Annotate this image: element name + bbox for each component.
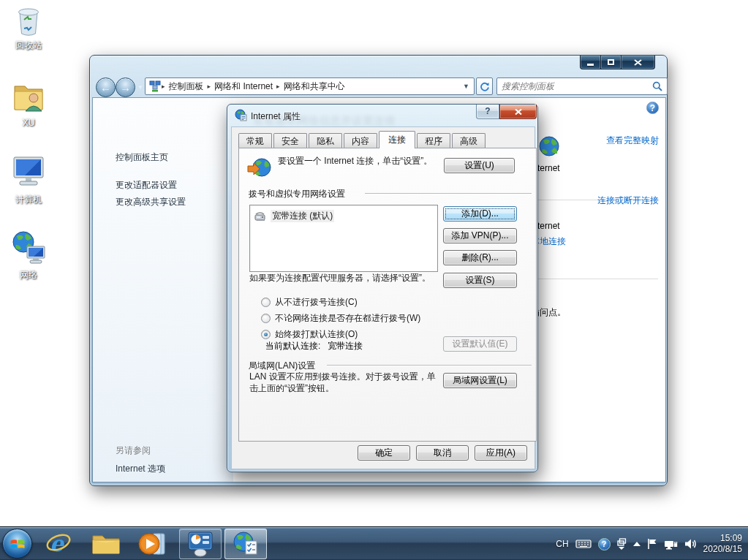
- address-dropdown-icon[interactable]: ▼: [463, 83, 469, 90]
- lan-instruction-text: LAN 设置不应用到拨号连接。对于拨号设置，单击上面的“设置”按钮。: [249, 371, 439, 394]
- dialup-section-header: 拨号和虚拟专用网络设置: [249, 188, 345, 200]
- dialog-close-button[interactable]: [499, 105, 537, 119]
- radio-label: 从不进行拨号连接(C): [275, 296, 358, 309]
- action-center-flag-icon[interactable]: [647, 538, 657, 550]
- maximize-icon: [608, 59, 614, 65]
- taskbar-item-media-player[interactable]: [136, 529, 168, 559]
- taskbar-item-control-panel[interactable]: [179, 529, 222, 559]
- address-bar[interactable]: ▸ 控制面板 ▸ 网络和 Internet ▸ 网络和共享中心 ▼: [145, 77, 475, 95]
- desktop-icon-recycle-bin[interactable]: 回收站: [0, 4, 57, 52]
- taskbar-item-internet-properties[interactable]: [224, 529, 267, 559]
- sidebar-item-internet-options[interactable]: Internet 选项: [116, 463, 165, 475]
- radio-label: 不论网络连接是否存在都进行拨号(W): [275, 312, 420, 325]
- desktop-icon-label: 网络: [0, 269, 57, 281]
- dialog-title: Internet 属性: [251, 110, 301, 123]
- language-indicator[interactable]: CH: [556, 539, 568, 549]
- search-input[interactable]: [497, 79, 652, 94]
- keyboard-icon[interactable]: [575, 539, 592, 549]
- internet-properties-icon: [235, 109, 247, 121]
- recycle-bin-icon: [13, 4, 44, 37]
- add-button[interactable]: 添加(D)...: [443, 206, 517, 222]
- remove-button[interactable]: 删除(R)...: [443, 250, 517, 265]
- help-icon[interactable]: ?: [646, 102, 659, 114]
- caption-buttons: [580, 56, 655, 69]
- forward-icon: →: [120, 81, 131, 94]
- network-tray-icon[interactable]: [664, 538, 678, 550]
- breadcrumb-network-sharing-center[interactable]: 网络和共享中心: [281, 80, 348, 93]
- internet-globe-icon: [538, 135, 560, 157]
- refresh-button[interactable]: [476, 77, 493, 95]
- computer-icon: [11, 155, 46, 192]
- sidebar-item-windows-firewall[interactable]: Windows 防火墙: [116, 481, 180, 482]
- system-tray: CH ?: [556, 527, 748, 560]
- show-hidden-icons-button[interactable]: [633, 542, 641, 546]
- internet-setup-icon: [247, 156, 272, 180]
- modem-icon: [254, 211, 266, 222]
- search-icon[interactable]: [652, 81, 662, 91]
- tab-security[interactable]: 安全: [273, 133, 307, 148]
- tab-programs[interactable]: 程序: [417, 133, 450, 148]
- forward-button[interactable]: →: [116, 77, 135, 97]
- cancel-button[interactable]: 取消: [416, 445, 469, 461]
- radio-icon-checked: [261, 330, 271, 339]
- taskbar-item-internet-explorer[interactable]: e: [42, 529, 75, 559]
- divider: [327, 365, 532, 366]
- sidebar-item-change-adapter-settings[interactable]: 更改适配器设置: [116, 179, 177, 192]
- back-button[interactable]: ←: [96, 77, 116, 97]
- chevron-down-icon: [619, 547, 624, 550]
- add-vpn-button[interactable]: 添加 VPN(P)...: [443, 228, 517, 243]
- lan-settings-button[interactable]: 局域网设置(L): [443, 373, 517, 388]
- see-also-header: 另请参阅: [116, 444, 151, 457]
- tab-connections[interactable]: 连接: [379, 131, 415, 148]
- breadcrumb-control-panel[interactable]: 控制面板: [166, 80, 207, 93]
- clock[interactable]: 15:09 2020/8/15: [703, 533, 742, 555]
- desktop-icon-computer[interactable]: 计算机: [0, 155, 57, 206]
- connections-tab-page: 要设置一个 Internet 连接，单击“设置”。 设置(U) 拨号和虚拟专用网…: [238, 148, 537, 442]
- connect-disconnect-link[interactable]: 连接或断开连接: [597, 194, 659, 207]
- minimize-button[interactable]: [580, 56, 601, 69]
- ok-button[interactable]: 确定: [358, 445, 410, 461]
- connections-list[interactable]: 宽带连接 (默认): [249, 205, 438, 272]
- current-default-label: 当前默认连接:: [265, 340, 320, 352]
- help-tray-icon[interactable]: ?: [598, 538, 611, 550]
- refresh-icon: [480, 81, 490, 91]
- control-panel-icon: [186, 531, 214, 557]
- minimize-icon: [587, 64, 594, 66]
- setup-button[interactable]: 设置(U): [444, 158, 515, 173]
- view-full-map-link[interactable]: 查看完整映射: [606, 135, 659, 147]
- dialog-client-area: 常规 安全 隐私 内容 连接 程序 高级 要设置一个 Internet 连接，单…: [231, 126, 535, 469]
- settings-button[interactable]: 设置(S): [443, 273, 517, 288]
- volume-icon[interactable]: [684, 538, 697, 550]
- recent-pages-dropdown[interactable]: ▼: [137, 84, 143, 91]
- sidebar-item-control-panel-home[interactable]: 控制面板主页: [116, 151, 168, 164]
- taskbar-item-windows-explorer[interactable]: [90, 529, 122, 559]
- apply-button[interactable]: 应用(A): [475, 445, 527, 461]
- maximize-button[interactable]: [601, 56, 622, 69]
- breadcrumb-network-internet[interactable]: 网络和 Internet: [211, 80, 276, 93]
- desktop-icon-label: 回收站: [0, 39, 57, 52]
- date: 2020/8/15: [703, 544, 742, 555]
- internet-properties-icon: [232, 531, 260, 557]
- start-button[interactable]: [2, 529, 32, 559]
- desktop-icon-xu[interactable]: XU: [0, 79, 57, 128]
- tab-advanced[interactable]: 高级: [452, 133, 486, 148]
- tab-privacy[interactable]: 隐私: [309, 133, 342, 148]
- radio-never-dial[interactable]: 从不进行拨号连接(C): [261, 296, 358, 309]
- ie-icon: e: [45, 531, 72, 557]
- desktop-icon-network[interactable]: 网络: [0, 230, 57, 281]
- list-item-label: 宽带连接 (默认): [271, 210, 334, 222]
- search-box: [496, 77, 668, 95]
- set-default-button: 设置默认值(E): [443, 336, 517, 352]
- media-player-icon: [137, 531, 167, 557]
- close-button[interactable]: [622, 56, 655, 69]
- user-folder-icon: [12, 79, 45, 116]
- radio-always-dial-default[interactable]: 始终拨打默认连接(O): [261, 328, 358, 341]
- dialog-help-button[interactable]: ?: [476, 105, 499, 119]
- window-restore-tray-icon[interactable]: [617, 538, 627, 550]
- tab-general[interactable]: 常规: [238, 133, 272, 148]
- list-item-broadband[interactable]: 宽带连接 (默认): [254, 210, 334, 222]
- sidebar: 控制面板主页 更改适配器设置 更改高级共享设置 另请参阅 Internet 选项…: [93, 98, 233, 482]
- radio-dial-whenever[interactable]: 不论网络连接是否存在都进行拨号(W): [261, 312, 420, 325]
- sidebar-item-change-advanced-sharing[interactable]: 更改高级共享设置: [116, 196, 186, 208]
- tab-content[interactable]: 内容: [344, 133, 377, 148]
